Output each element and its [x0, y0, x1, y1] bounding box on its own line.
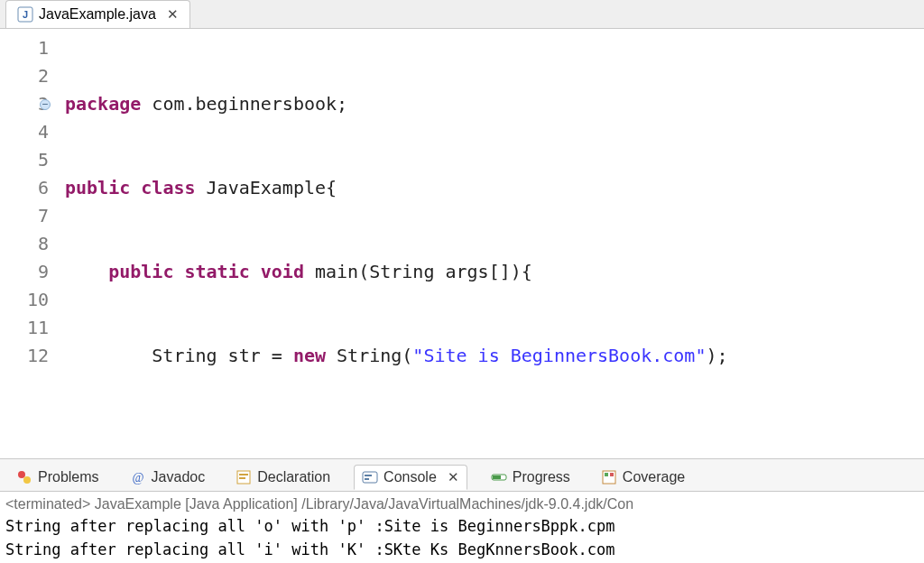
tab-console[interactable]: Console ✕: [354, 465, 467, 490]
svg-rect-10: [365, 478, 369, 480]
tab-label: Problems: [38, 469, 99, 485]
keyword: class: [141, 177, 195, 198]
line-number-gutter: 1 2 3− 4 5 6 7 8 9 10 11 12: [0, 34, 65, 458]
bottom-panel: Problems @ Javadoc Declaration Console ✕…: [0, 458, 924, 563]
close-icon[interactable]: ✕: [448, 469, 459, 485]
editor-tab-bar: J JavaExample.java ✕: [0, 0, 924, 29]
declaration-icon: [236, 469, 252, 485]
code-text: com.beginnersbook;: [152, 93, 347, 115]
line-number: 12: [27, 345, 49, 366]
svg-rect-15: [610, 473, 614, 476]
fold-toggle-icon[interactable]: −: [40, 99, 51, 110]
svg-rect-8: [363, 472, 377, 483]
console-icon: [362, 469, 378, 485]
code-area[interactable]: package com.beginnersbook; public class …: [65, 34, 924, 458]
brace: {: [326, 177, 337, 198]
console-run-header: <terminated> JavaExample [Java Applicati…: [5, 494, 919, 515]
line-number: 6: [38, 177, 49, 198]
svg-text:J: J: [23, 9, 28, 20]
javadoc-icon: @: [130, 469, 146, 485]
tab-progress[interactable]: Progress: [484, 466, 578, 489]
tab-javadoc[interactable]: @ Javadoc: [123, 466, 213, 489]
close-icon[interactable]: ✕: [167, 6, 179, 23]
tab-problems[interactable]: Problems: [9, 466, 106, 489]
line-number: 11: [27, 317, 49, 338]
svg-text:@: @: [132, 471, 143, 485]
console-line: String after replacing all 'o' with 'p' …: [5, 515, 919, 539]
line-number: 2: [38, 65, 49, 87]
console-output[interactable]: <terminated> JavaExample [Java Applicati…: [0, 492, 924, 563]
tab-coverage[interactable]: Coverage: [594, 466, 692, 489]
line-number: 8: [38, 233, 49, 254]
tab-label: Javadoc: [152, 469, 206, 485]
tab-label: Progress: [513, 469, 570, 485]
keyword: new: [293, 345, 326, 366]
line-number: 5: [38, 149, 49, 171]
keyword: static: [184, 261, 249, 282]
console-line: String after replacing all 'i' with 'K' …: [5, 539, 919, 562]
line-number: 10: [27, 289, 49, 310]
editor-tab-javaexample[interactable]: J JavaExample.java ✕: [5, 0, 190, 28]
tab-label: Declaration: [257, 469, 330, 485]
method-sig: main(String args[]){: [315, 261, 532, 282]
svg-point-2: [18, 471, 25, 478]
svg-rect-7: [239, 477, 245, 479]
keyword: package: [65, 93, 141, 115]
progress-icon: [491, 469, 507, 485]
problems-icon: [16, 469, 32, 485]
java-file-icon: J: [17, 6, 33, 23]
tab-label: Console: [383, 469, 437, 485]
svg-rect-9: [365, 475, 372, 476]
svg-point-3: [23, 476, 31, 484]
coverage-icon: [601, 469, 617, 485]
keyword: public: [108, 261, 173, 282]
line-number: 9: [38, 261, 49, 282]
editor-tab-label: JavaExample.java: [39, 6, 156, 23]
keyword: void: [261, 261, 304, 282]
bottom-tab-bar: Problems @ Javadoc Declaration Console ✕…: [0, 459, 924, 492]
tab-declaration[interactable]: Declaration: [228, 466, 337, 489]
svg-rect-14: [605, 473, 608, 476]
code-editor[interactable]: 1 2 3− 4 5 6 7 8 9 10 11 12 package com.…: [0, 29, 924, 458]
line-number: 1: [38, 37, 49, 59]
class-name: JavaExample: [207, 177, 326, 198]
keyword: public: [65, 177, 130, 198]
svg-rect-6: [239, 474, 248, 475]
code-text: String(: [337, 345, 412, 366]
line-number: 4: [38, 121, 49, 143]
line-number: 7: [38, 205, 49, 226]
string-literal: "Site is BeginnersBook.com": [412, 345, 706, 366]
svg-rect-12: [493, 475, 501, 479]
code-text: String str =: [152, 345, 293, 366]
tab-label: Coverage: [623, 469, 685, 485]
code-text: );: [706, 345, 727, 366]
